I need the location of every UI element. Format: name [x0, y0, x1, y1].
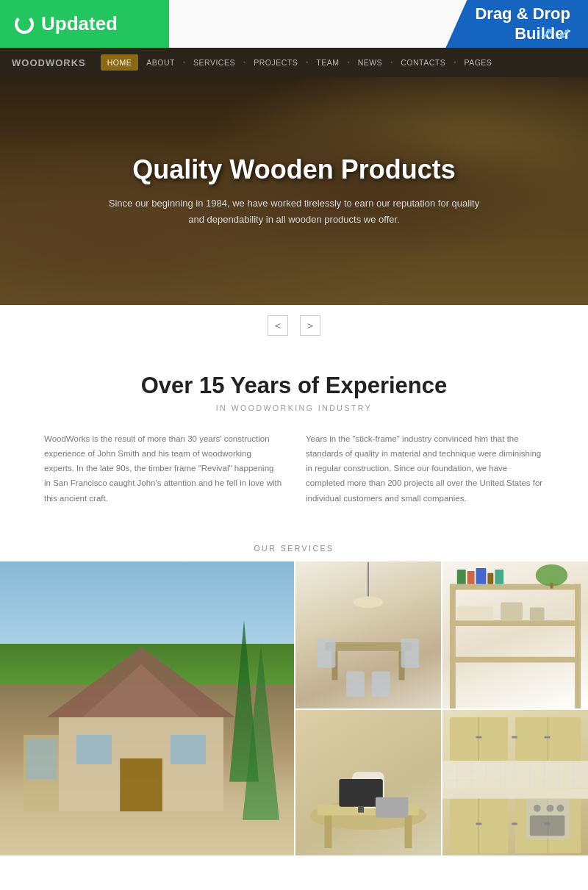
updated-label: Updated [41, 12, 118, 35]
service-kitchen [441, 708, 588, 855]
nav-separator2: • [243, 59, 245, 66]
next-arrow[interactable]: > [300, 315, 320, 336]
refresh-icon [15, 15, 34, 34]
svg-rect-29 [457, 606, 494, 620]
svg-rect-19 [450, 656, 581, 662]
svg-rect-3 [76, 735, 112, 764]
svg-rect-39 [376, 797, 409, 817]
svg-point-58 [556, 804, 564, 811]
drag-drop-badge: Drag & Drop Builder ↗ ↙ [445, 0, 588, 48]
svg-rect-35 [405, 815, 412, 848]
nav-links: HOME ABOUT • SERVICES • PROJECTS • TEAM … [101, 54, 499, 71]
services-grid [0, 561, 588, 855]
nav-news[interactable]: NEWS [351, 54, 390, 71]
svg-rect-17 [450, 584, 581, 589]
drag-drop-line1: Drag & Drop [475, 4, 570, 24]
svg-rect-4 [171, 735, 206, 764]
nav-services[interactable]: SERVICES [187, 54, 242, 71]
nav-separator5: • [390, 59, 392, 66]
service-shelves [441, 561, 588, 708]
experience-subheading: IN WOODWORKING INDUSTRY [44, 403, 544, 412]
svg-rect-8 [325, 642, 412, 651]
svg-rect-23 [467, 571, 475, 584]
service-house [0, 561, 294, 855]
svg-rect-11 [318, 639, 336, 668]
navbar: Woodworks HOME ABOUT • SERVICES • PROJEC… [0, 48, 588, 77]
svg-rect-53 [512, 822, 517, 825]
svg-rect-46 [545, 736, 551, 738]
portfolio-heading: Our Portfolio [44, 886, 544, 890]
nav-pages[interactable]: PAGES [457, 54, 498, 71]
svg-rect-26 [495, 570, 503, 584]
hero-content: Quality Wooden Products Since our beginn… [88, 140, 500, 243]
logo: Woodworks [12, 57, 86, 68]
arrows-icon: ↗ ↙ [541, 24, 570, 42]
svg-rect-25 [487, 573, 493, 584]
svg-rect-34 [325, 815, 332, 848]
svg-rect-44 [476, 736, 482, 738]
hero-subtitle: Since our beginning in 1984, we have wor… [103, 195, 485, 228]
experience-section: Over 15 Years of Experience IN WOODWORKI… [0, 346, 588, 526]
nav-team[interactable]: TEAM [309, 54, 345, 71]
portfolio-section: Our Portfolio WoodWorks specializes in a… [0, 855, 588, 890]
svg-rect-52 [476, 822, 482, 825]
updated-badge: Updated [0, 0, 132, 48]
svg-rect-30 [501, 602, 523, 620]
nav-about[interactable]: ABOUT [140, 54, 182, 71]
svg-rect-59 [530, 815, 565, 836]
experience-col1: WoodWorks is the result of more than 30 … [44, 431, 282, 506]
services-heading: OUR SERVICES [254, 544, 334, 553]
svg-rect-22 [457, 570, 466, 584]
service-dining [294, 561, 441, 708]
svg-rect-20 [450, 584, 456, 708]
svg-rect-38 [358, 806, 364, 812]
svg-rect-14 [372, 671, 390, 697]
svg-rect-7 [26, 738, 57, 779]
nav-projects[interactable]: PROJECTS [247, 54, 304, 71]
nav-contacts[interactable]: CONTACTS [394, 54, 452, 71]
hero-title: Quality Wooden Products [103, 154, 485, 185]
svg-rect-12 [401, 639, 420, 668]
svg-point-15 [354, 596, 383, 608]
service-office [294, 708, 441, 855]
nav-separator3: • [306, 59, 308, 66]
svg-rect-18 [450, 620, 581, 626]
hero-section: Quality Wooden Products Since our beginn… [0, 77, 588, 305]
slider-controls: < > [0, 305, 588, 346]
svg-rect-31 [530, 607, 545, 620]
svg-rect-28 [551, 582, 553, 588]
svg-rect-24 [476, 568, 487, 584]
svg-rect-47 [442, 789, 588, 799]
services-label: OUR SERVICES [0, 526, 588, 561]
nav-home[interactable]: HOME [101, 54, 139, 71]
svg-rect-45 [512, 736, 517, 738]
experience-col2: Years in the "stick-frame" industry conv… [306, 431, 544, 506]
svg-rect-13 [346, 671, 365, 697]
experience-columns: WoodWorks is the result of more than 30 … [44, 431, 544, 506]
nav-separator1: • [183, 59, 185, 66]
svg-rect-21 [575, 584, 581, 708]
nav-separator4: • [347, 59, 349, 66]
svg-point-56 [534, 804, 541, 811]
nav-separator6: • [453, 59, 456, 66]
experience-heading: Over 15 Years of Experience [44, 373, 544, 399]
prev-arrow[interactable]: < [268, 315, 288, 336]
svg-rect-5 [120, 758, 162, 811]
svg-point-57 [547, 804, 554, 811]
